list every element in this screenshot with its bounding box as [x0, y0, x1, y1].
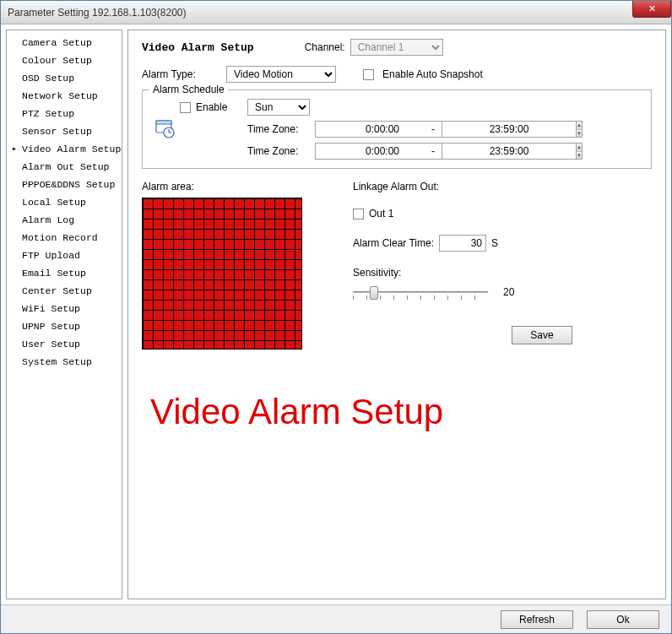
alarm-area-label: Alarm area:: [142, 181, 194, 192]
content-area: Camera SetupColour SetupOSD SetupNetwork…: [1, 24, 671, 633]
panel-header: Video Alarm Setup Channel: Channel 1: [142, 39, 652, 56]
sidebar-item-upnp-setup[interactable]: UPNP Setup: [10, 317, 118, 335]
ok-button[interactable]: Ok: [587, 610, 659, 629]
svg-rect-1: [156, 121, 171, 124]
sidebar-item-center-setup[interactable]: Center Setup: [10, 282, 118, 300]
sidebar-item-system-setup[interactable]: System Setup: [10, 353, 118, 371]
channel-select[interactable]: Channel 1: [350, 39, 443, 56]
titlebar: Parameter Setting 192.168.1.103(8200) ✕: [1, 1, 671, 24]
sidebar-item-pppoe-ddns-setup[interactable]: PPPOE&DDNS Setup: [10, 176, 118, 193]
sensitivity-value: 20: [503, 286, 514, 298]
window-title: Parameter Setting 192.168.1.103(8200): [8, 7, 186, 19]
alarm-area-grid[interactable]: [142, 198, 302, 350]
tz1-sep: -: [425, 123, 442, 135]
tz2-to-input[interactable]: [442, 143, 576, 160]
tz1-to-spinner[interactable]: ▲▼: [442, 121, 534, 138]
spin-down-icon[interactable]: ▼: [577, 130, 582, 138]
page-title: Video Alarm Setup: [142, 41, 254, 54]
schedule-enable-row: Enable: [180, 101, 247, 113]
sidebar-item-colour-setup[interactable]: Colour Setup: [10, 51, 118, 69]
alarm-area-block: Alarm area:: [142, 181, 302, 350]
save-button[interactable]: Save: [512, 326, 572, 344]
sidebar-item-wifi-setup[interactable]: WiFi Setup: [10, 300, 118, 317]
sensitivity-slider[interactable]: [353, 284, 488, 301]
sidebar-item-sensor-setup[interactable]: Sensor Setup: [10, 122, 118, 140]
alarm-type-row: Alarm Type: Video Motion Enable Auto Sna…: [142, 66, 652, 83]
tz2-to-spinner[interactable]: ▲▼: [442, 143, 534, 160]
sidebar-item-alarm-out-setup[interactable]: Alarm Out Setup: [10, 158, 118, 176]
sidebar-item-alarm-log[interactable]: Alarm Log: [10, 211, 118, 229]
sidebar-item-network-setup[interactable]: Network Setup: [10, 87, 118, 105]
clear-time-label: Alarm Clear Time:: [353, 237, 434, 249]
schedule-icon: [154, 118, 176, 140]
lower-row: Alarm area: Linkage Alarm Out: Out 1 Ala…: [142, 181, 652, 350]
clear-time-unit: S: [491, 237, 498, 249]
out1-row: Out 1: [353, 208, 572, 219]
alarm-schedule-legend: Alarm Schedule: [149, 84, 228, 95]
sidebar-item-user-setup[interactable]: User Setup: [10, 335, 118, 353]
sidebar-item-camera-setup[interactable]: Camera Setup: [10, 34, 118, 51]
spin-down-icon[interactable]: ▼: [577, 152, 582, 160]
out1-label: Out 1: [369, 208, 393, 219]
tz2-label: Time Zone:: [247, 145, 315, 157]
refresh-button[interactable]: Refresh: [501, 610, 573, 629]
tz2-sep: -: [425, 145, 442, 157]
main-row: Camera SetupColour SetupOSD SetupNetwork…: [1, 24, 671, 604]
clear-time-input[interactable]: [439, 235, 486, 252]
tz1-from-spinner[interactable]: ▲▼: [315, 121, 408, 138]
schedule-enable-checkbox[interactable]: [180, 102, 191, 113]
sidebar-item-ftp-upload[interactable]: FTP Upload: [10, 247, 118, 264]
enable-snapshot-label: Enable Auto Snapshot: [382, 68, 483, 80]
spin-up-icon[interactable]: ▲: [577, 122, 582, 130]
sidebar-item-osd-setup[interactable]: OSD Setup: [10, 69, 118, 87]
close-button[interactable]: ✕: [632, 1, 671, 18]
sidebar-item-local-setup[interactable]: Local Setup: [10, 193, 118, 211]
schedule-day-select[interactable]: Sun: [247, 99, 310, 116]
tz2-from-spinner[interactable]: ▲▼: [315, 143, 408, 160]
linkage-title: Linkage Alarm Out:: [353, 181, 572, 192]
alarm-schedule-fieldset: Alarm Schedule: [142, 89, 652, 169]
out1-checkbox[interactable]: [353, 209, 364, 219]
overlay-caption: Video Alarm Setup: [150, 392, 652, 432]
close-icon: ✕: [648, 3, 656, 14]
linkage-block: Linkage Alarm Out: Out 1 Alarm Clear Tim…: [353, 181, 572, 350]
tz1-to-input[interactable]: [442, 121, 576, 138]
sensitivity-label: Sensitivity:: [353, 267, 401, 279]
slider-thumb[interactable]: [370, 286, 378, 300]
sidebar: Camera SetupColour SetupOSD SetupNetwork…: [6, 30, 122, 599]
schedule-grid: Enable Sun Time Zone: ▲▼: [154, 99, 639, 160]
sensitivity-block: Sensitivity: 20: [353, 267, 572, 301]
schedule-enable-label: Enable: [196, 101, 227, 113]
spin-up-icon[interactable]: ▲: [577, 144, 582, 152]
sidebar-item-motion-record[interactable]: Motion Record: [10, 229, 118, 247]
tz1-label: Time Zone:: [247, 123, 315, 135]
main-panel: Video Alarm Setup Channel: Channel 1 Ala…: [127, 30, 666, 599]
sidebar-item-video-alarm-setup[interactable]: Video Alarm Setup: [10, 140, 118, 158]
footer: Refresh Ok: [1, 604, 671, 633]
enable-snapshot-checkbox[interactable]: [363, 69, 374, 80]
alarm-type-select[interactable]: Video Motion: [226, 66, 336, 83]
app-window: Parameter Setting 192.168.1.103(8200) ✕ …: [0, 0, 672, 634]
sidebar-item-email-setup[interactable]: Email Setup: [10, 264, 118, 282]
clear-time-row: Alarm Clear Time: S: [353, 235, 572, 252]
channel-label: Channel:: [305, 41, 345, 53]
alarm-type-label: Alarm Type:: [142, 68, 218, 80]
sidebar-item-ptz-setup[interactable]: PTZ Setup: [10, 105, 118, 122]
channel-row: Channel: Channel 1: [305, 39, 443, 56]
